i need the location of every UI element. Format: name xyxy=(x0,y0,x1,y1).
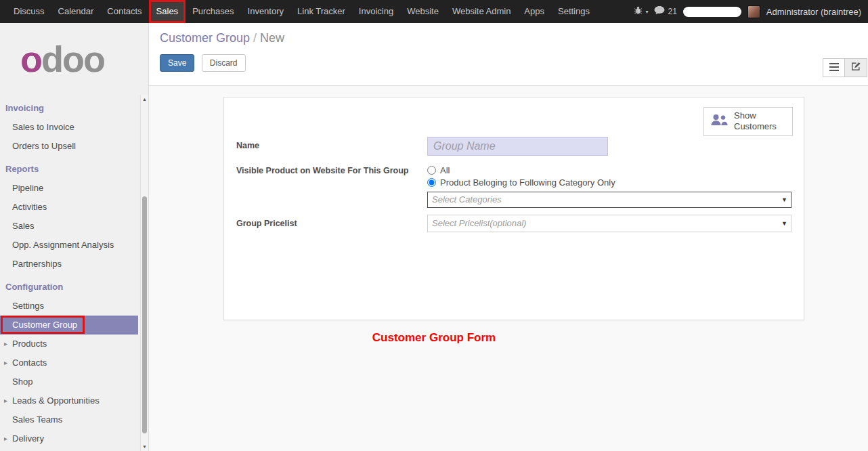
topbar-item-invoicing[interactable]: Invoicing xyxy=(352,0,400,23)
topbar-item-discuss[interactable]: Discuss xyxy=(7,0,51,23)
sidebar-item-products-label: Products xyxy=(12,339,47,349)
bug-icon xyxy=(634,6,643,17)
sidebar-item-shop[interactable]: Shop xyxy=(0,372,138,391)
pricelist-select-placeholder: Select Pricelist(optional) xyxy=(432,218,526,228)
sidebar-item-products[interactable]: ▸ Products xyxy=(0,335,138,353)
topbar-item-inventory[interactable]: Inventory xyxy=(241,0,290,23)
sidebar-item-delivery-label: Delivery xyxy=(12,433,44,444)
sidebar-heading-configuration: Configuration xyxy=(0,274,148,297)
avatar[interactable] xyxy=(747,5,760,18)
scroll-down-icon[interactable]: ▼ xyxy=(141,444,148,449)
sidebar: odoo Invoicing Sales to Invoice Orders t… xyxy=(0,23,149,451)
radio-category-input[interactable] xyxy=(427,178,436,187)
topbar-item-link-tracker[interactable]: Link Tracker xyxy=(290,0,352,23)
save-button[interactable]: Save xyxy=(160,54,194,72)
radio-all-label: All xyxy=(440,165,450,175)
progress-pill xyxy=(683,7,741,17)
radio-option-category[interactable]: Product Beloging to Following Category O… xyxy=(427,177,791,188)
categories-select-placeholder: Select Categories xyxy=(432,194,502,205)
form-sheet: Show Customers Name Visible Product on W… xyxy=(223,97,804,320)
sidebar-item-settings[interactable]: Settings xyxy=(0,297,138,316)
sidebar-item-opp-assignment-analysis[interactable]: Opp. Assignment Analysis xyxy=(0,236,138,255)
logo-letter-accent: o xyxy=(20,39,41,79)
pricelist-field-row: Group Pricelist Select Pricelist(optiona… xyxy=(236,215,791,232)
list-view-button[interactable] xyxy=(823,58,845,77)
users-icon xyxy=(710,114,728,129)
sidebar-item-partnerships[interactable]: Partnerships xyxy=(0,255,138,274)
sidebar-item-sales[interactable]: Sales xyxy=(0,217,138,236)
form-view-button[interactable] xyxy=(845,58,867,77)
topbar: Discuss Calendar Contacts Sales Purchase… xyxy=(0,0,868,23)
form-content: Show Customers Name Visible Product on W… xyxy=(149,86,868,451)
sidebar-heading-invoicing: Invoicing xyxy=(0,95,148,118)
list-view-icon xyxy=(829,62,839,74)
topbar-item-contacts[interactable]: Contacts xyxy=(100,0,148,23)
sidebar-item-leads-label: Leads & Opportunities xyxy=(12,395,100,406)
breadcrumb: Customer Group/New xyxy=(160,31,857,45)
sidebar-item-orders-to-upsell[interactable]: Orders to Upsell xyxy=(0,137,138,156)
messages-menu-button[interactable]: 21 xyxy=(654,6,676,17)
breadcrumb-parent-link[interactable]: Customer Group xyxy=(160,31,250,45)
scrollbar-thumb[interactable] xyxy=(142,196,147,433)
expand-arrow-icon: ▸ xyxy=(4,391,7,410)
sidebar-menu: Invoicing Sales to Invoice Orders to Ups… xyxy=(0,95,148,448)
topbar-item-website[interactable]: Website xyxy=(400,0,446,23)
chevron-down-icon: ▼ xyxy=(781,192,787,207)
sidebar-item-customer-group[interactable]: Customer Group xyxy=(0,316,138,335)
sidebar-item-sales-to-invoice[interactable]: Sales to Invoice xyxy=(0,118,138,137)
group-name-input[interactable] xyxy=(427,137,608,156)
pricelist-label: Group Pricelist xyxy=(236,215,427,232)
view-switcher xyxy=(823,58,867,77)
expand-arrow-icon: ▸ xyxy=(4,353,7,372)
scroll-up-icon[interactable]: ▲ xyxy=(141,97,148,102)
sidebar-item-activities[interactable]: Activities xyxy=(0,198,138,217)
chevron-down-icon: ▾ xyxy=(645,9,648,15)
topbar-item-sales[interactable]: Sales xyxy=(149,0,186,23)
app-body: odoo Invoicing Sales to Invoice Orders t… xyxy=(0,23,868,451)
sidebar-scrollbar[interactable]: ▲ ▼ xyxy=(140,95,148,451)
visible-product-label: Visible Product on Website For This Grou… xyxy=(236,165,427,208)
sidebar-item-contacts-label: Contacts xyxy=(12,358,47,368)
expand-arrow-icon: ▸ xyxy=(4,429,7,448)
name-field-label: Name xyxy=(236,137,427,156)
show-customers-label: Show Customers xyxy=(734,110,786,133)
chat-bubble-icon xyxy=(654,6,665,17)
radio-option-all[interactable]: All xyxy=(427,165,791,175)
expand-arrow-icon: ▸ xyxy=(4,335,7,353)
sidebar-heading-reports: Reports xyxy=(0,156,148,179)
form-view-icon xyxy=(851,62,861,74)
odoo-logo: odoo xyxy=(0,23,148,95)
breadcrumb-current: New xyxy=(260,31,284,45)
radio-all-input[interactable] xyxy=(427,166,436,175)
chevron-down-icon: ▼ xyxy=(781,215,787,232)
topbar-item-calendar[interactable]: Calendar xyxy=(51,0,101,23)
sidebar-item-leads-opportunities[interactable]: ▸ Leads & Opportunities xyxy=(0,391,138,410)
topbar-item-settings[interactable]: Settings xyxy=(551,0,596,23)
debug-menu-button[interactable]: ▾ xyxy=(634,6,648,17)
topbar-item-website-admin[interactable]: Website Admin xyxy=(446,0,517,23)
sidebar-item-pipeline[interactable]: Pipeline xyxy=(0,179,138,198)
topbar-systray: ▾ 21 Administrator (braintree) xyxy=(634,0,868,23)
main-area: Customer Group/New Save Discard xyxy=(149,23,868,451)
sidebar-item-contacts[interactable]: ▸ Contacts xyxy=(0,353,138,372)
topbar-menu: Discuss Calendar Contacts Sales Purchase… xyxy=(0,0,596,23)
sidebar-item-sales-teams[interactable]: Sales Teams xyxy=(0,410,138,429)
odoo-app-window: Discuss Calendar Contacts Sales Purchase… xyxy=(0,0,868,451)
breadcrumb-separator: / xyxy=(250,31,260,45)
categories-select[interactable]: Select Categories ▼ xyxy=(427,192,791,208)
radio-category-label: Product Beloging to Following Category O… xyxy=(440,177,615,188)
topbar-item-apps[interactable]: Apps xyxy=(517,0,551,23)
sidebar-item-delivery[interactable]: ▸ Delivery xyxy=(0,429,138,448)
user-menu[interactable]: Administrator (braintree) xyxy=(766,7,861,17)
discard-button[interactable]: Discard xyxy=(202,54,246,72)
visible-product-field-row: Visible Product on Website For This Grou… xyxy=(236,165,791,208)
control-panel: Customer Group/New Save Discard xyxy=(149,23,868,86)
form-buttons: Save Discard xyxy=(160,54,857,72)
logo-letters: doo xyxy=(41,39,104,79)
name-field-row: Name xyxy=(236,137,791,156)
topbar-item-purchases[interactable]: Purchases xyxy=(186,0,240,23)
show-customers-button[interactable]: Show Customers xyxy=(703,107,793,136)
sidebar-item-customer-group-label: Customer Group xyxy=(12,320,77,330)
pricelist-select[interactable]: Select Pricelist(optional) ▼ xyxy=(427,215,791,232)
message-count-badge: 21 xyxy=(668,7,676,16)
